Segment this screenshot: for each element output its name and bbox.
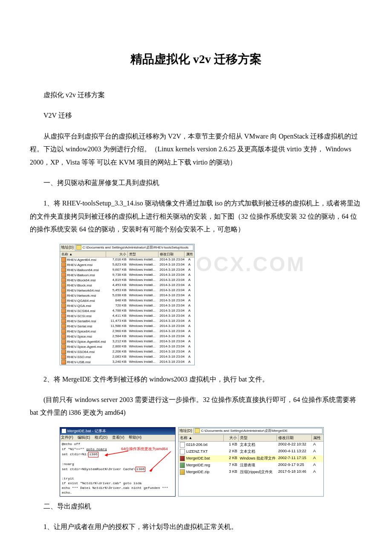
notepad-icon [62, 429, 66, 433]
file-row[interactable]: MergeIDE.reg7 KB注册表项2002-9-17 9:25A [179, 462, 323, 469]
col-type[interactable]: 类型 [128, 251, 159, 257]
explorer-window-tools: 地址(D) C:\Documents and Settings\Administ… [60, 244, 195, 365]
msi-icon [61, 314, 66, 318]
file-row[interactable]: RHEV-Agent64.msi7,016 KBWindows Install.… [60, 257, 194, 263]
svg-line-0 [105, 451, 128, 455]
menu-view[interactable]: 查看(V) [112, 435, 124, 439]
file-row[interactable]: RHEV-Balloon64.msi9,607 KBWindows Instal… [60, 268, 194, 273]
file-icon [180, 462, 185, 468]
paragraph: 虚拟化 v2v 迁移方案 [30, 89, 362, 101]
msi-icon [61, 278, 66, 283]
msi-icon [61, 293, 66, 298]
file-row[interactable]: RHEV-Spice-Agent64.msi3,212 KBWindows In… [60, 339, 194, 344]
file-row[interactable]: RHEV-Balloon.msi9,738 KBWindows Install.… [60, 273, 194, 278]
code-line: echo *** Datei %ctdir%\Driver.cab nicht … [62, 486, 168, 490]
msi-icon [61, 283, 66, 288]
svg-marker-1 [105, 453, 108, 457]
code-line: @echo off [62, 442, 80, 446]
menu-format[interactable]: 格式(O) [95, 435, 107, 439]
msi-icon [61, 298, 66, 303]
menu-file[interactable]: 文件(F) [61, 435, 73, 439]
col-size[interactable]: 大小 [106, 251, 128, 257]
paragraph: 2、将 MergeIDE 文件考到被迁移的 windows2003 虚拟机中，执… [30, 373, 362, 386]
file-row[interactable]: RHEV-SSO.msi2,083 KBWindows Install...20… [60, 355, 194, 360]
highlighted-i386: i386 [88, 452, 98, 457]
col-type[interactable]: 类型 [239, 435, 277, 441]
file-row[interactable]: RHEV-SCSI.msi4,411 KBWindows Install...2… [60, 314, 194, 319]
col-date[interactable]: 修改日期 [277, 435, 312, 441]
col-attr[interactable]: 属性 [312, 435, 323, 441]
address-field[interactable]: C:\Documents and Settings\Administrator\… [75, 245, 193, 251]
file-row[interactable]: MergeIDE.bat2 KBWindows 批处理文件2002-7-11 1… [179, 455, 323, 462]
file-row[interactable]: RHEV-SSO64.msi2,206 KBWindows Install...… [60, 350, 194, 355]
file-row[interactable]: RHEV-Agent.msi5,823 KBWindows Install...… [60, 263, 194, 268]
file-icon [180, 442, 185, 448]
document-title: 精品虚拟化 v2v 迁移方案 [30, 51, 362, 67]
paragraph: 二、导出虚拟机 [30, 500, 362, 513]
msi-icon [61, 329, 66, 334]
watermark: OCX.COM [196, 252, 306, 276]
col-name[interactable]: 名称 ▲ [179, 435, 224, 441]
column-headers[interactable]: 名称 ▲ 大小 类型 修改日期 属性 [179, 435, 323, 442]
column-headers[interactable]: 名称 ▲ 大小 类型 修改日期 属性 [60, 251, 194, 257]
folder-icon [76, 245, 81, 250]
address-path: C:\Documents and Settings\Administrator\… [83, 245, 189, 250]
file-icon [180, 449, 185, 454]
menu-help[interactable]: 帮助(H) [129, 435, 141, 439]
msi-icon [61, 304, 66, 308]
msi-icon [61, 288, 66, 293]
msi-icon [61, 263, 66, 267]
msi-icon [61, 350, 66, 354]
file-row[interactable]: RHEV-Serial.msi11,586 KBWindows Install.… [60, 324, 194, 329]
msi-icon [61, 268, 66, 272]
code-line: set ctdir=%1: [62, 452, 88, 456]
col-name[interactable]: 名称 ▲ [60, 251, 106, 257]
code-line: :tryit [62, 477, 74, 480]
code-line: :noarg [62, 462, 74, 466]
file-row[interactable]: RHEV-QGA64.msi848 KBWindows Install...20… [60, 298, 194, 304]
paragraph: 1、将 RHEV-toolsSetup_3.3_14.iso 驱动镜像文件通过加… [30, 197, 362, 236]
notepad-content[interactable]: @echo off if "%1"=="" goto noarg 64位操作系统… [60, 441, 175, 496]
msi-icon [61, 355, 66, 359]
address-label: 地址(D) [179, 428, 193, 434]
notepad-titlebar: MergeIDE.bat - 记事本 [60, 428, 175, 435]
msi-icon [61, 360, 66, 364]
col-date[interactable]: 修改日期 [159, 251, 185, 257]
file-row[interactable]: RHEV-USB.msi3,240 KBWindows Install...20… [60, 360, 194, 365]
file-row[interactable]: RHEV-SCSI64.msi4,788 KBWindows Install..… [60, 309, 194, 314]
address-field[interactable]: C:\Documents and Settings\Administrator\… [193, 428, 323, 434]
file-row[interactable]: RHEV-Block64.msi4,819 KBWindows Install.… [60, 278, 194, 283]
notepad-menubar[interactable]: 文件(F) 编辑(E) 格式(O) 查看(V) 帮助(H) [60, 435, 175, 441]
col-attr[interactable]: 属性 [184, 251, 194, 257]
paragraph: 从虚拟平台到虚拟平台的虚拟机迁移称为 V2V，本章节主要介绍从 VMware 向… [30, 130, 362, 169]
annotation-arrow-icon [147, 451, 175, 474]
menu-edit[interactable]: 编辑(E) [78, 435, 90, 439]
file-row[interactable]: RHEV-Network.msi5,038 KBWindows Install.… [60, 293, 194, 298]
paragraph: 1、让用户或者在用户的授权下，将计划导出的虚拟机正常关机。 [30, 520, 362, 533]
file-row[interactable]: MergeIDE.zip3 KB压缩(zipped)文件夹2017-5-18 1… [179, 469, 323, 476]
annotation-arrow-icon [103, 449, 133, 457]
file-row[interactable]: LIZENZ.TXT2 KB文本文档2000-4-11 13:22A [179, 448, 323, 455]
msi-icon [61, 273, 66, 278]
notepad-window: MergeIDE.bat - 记事本 文件(F) 编辑(E) 格式(O) 查看(… [60, 427, 176, 497]
msi-icon [61, 334, 66, 339]
msi-icon [61, 344, 66, 349]
file-row[interactable]: RHEV-Spice64.msi2,960 KBWindows Install.… [60, 329, 194, 334]
msi-icon [61, 309, 66, 313]
file-row[interactable]: RHEV-Serial64.msi11,473 KBWindows Instal… [60, 319, 194, 324]
highlighted-i386: i386 [135, 467, 145, 472]
notepad-title-text: MergeIDE.bat - 记事本 [67, 428, 106, 434]
file-row[interactable]: 0218-206.txt1 KB文本文档2002-8-22 10:32A [179, 442, 323, 448]
file-row[interactable]: RHEV-Network64.msi5,453 KBWindows Instal… [60, 288, 194, 293]
msi-icon [61, 257, 66, 262]
code-line: if exist "%ctdir%\driver.cab" goto isda [62, 481, 141, 485]
col-size[interactable]: 大小 [224, 435, 239, 441]
folder-icon [195, 428, 200, 433]
file-row[interactable]: RHEV-Block.msi4,453 KBWindows Install...… [60, 283, 194, 288]
file-row[interactable]: RHEV-QGA.msi720 KBWindows Install...2014… [60, 304, 194, 309]
file-icon [180, 469, 185, 475]
file-row[interactable]: RHEV-Spice-Agent.msi2,800 KBWindows Inst… [60, 344, 194, 350]
paragraph: 一、拷贝驱动和蓝屏修复工具到虚拟机 [30, 176, 362, 189]
file-row[interactable]: RHEV-Spice.msi2,584 KBWindows Install...… [60, 334, 194, 339]
code-line: if "%1"=="" [62, 447, 86, 451]
